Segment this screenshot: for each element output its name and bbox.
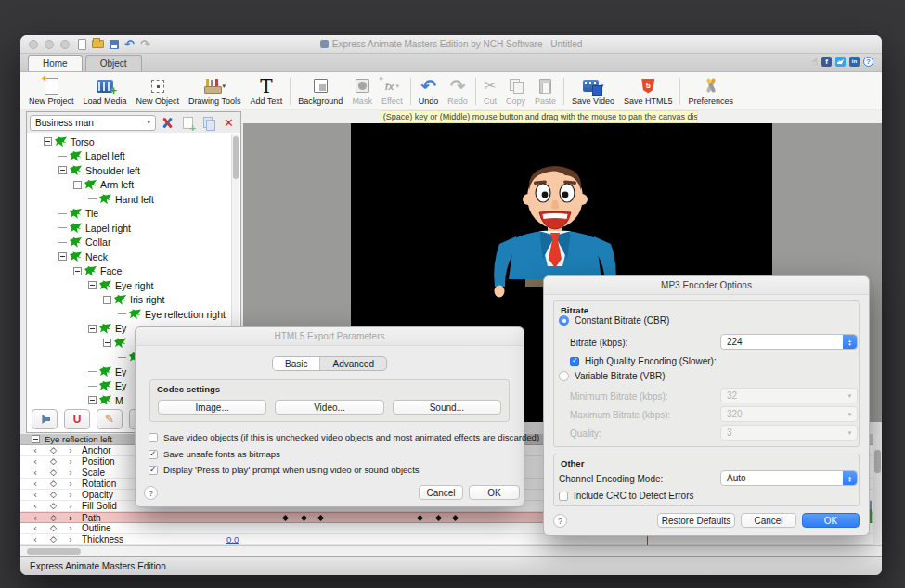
snap-magnet-button[interactable]: U [64,409,90,429]
tree-expander[interactable] [73,181,82,189]
tree-item[interactable]: Shoulder left [27,163,230,178]
keyframe-marker[interactable] [301,515,307,521]
image-codec-button[interactable]: Image... [158,400,266,415]
keyframe-diamond-icon[interactable] [50,501,57,512]
prev-keyframe-button[interactable] [33,479,37,490]
tree-item[interactable]: Face [27,264,230,279]
tab-home[interactable]: Home [28,55,83,71]
ok-button[interactable]: OK [469,485,520,500]
add-text-button[interactable]: T Add Text [245,74,287,109]
background-button[interactable]: Background [293,74,347,109]
keyframe-diamond-icon[interactable] [50,490,57,501]
help-button[interactable]: ? [553,514,567,528]
tree-item[interactable]: Torso [27,134,230,149]
delete-object-button[interactable]: ✕ [220,115,238,131]
prev-keyframe-button[interactable] [33,490,37,501]
customize-object-button[interactable] [159,115,176,131]
tree-item[interactable]: Collar [27,236,230,250]
audio-mute-button[interactable] [32,409,58,429]
tree-item[interactable]: Arm left [27,178,230,193]
tree-item[interactable]: Eye right [27,278,230,293]
tree-expander[interactable] [88,325,97,333]
tree-expander[interactable] [88,396,97,404]
crc-checkbox[interactable]: Include CRC to Detect Errors [559,491,694,501]
save-video-button[interactable]: ▾ Save Video [567,74,619,109]
next-keyframe-button[interactable] [69,445,72,456]
tree-item[interactable]: Tie [27,207,230,222]
tree-item[interactable]: Eye reflection right [27,307,230,322]
keyframe-marker[interactable] [452,515,459,521]
next-keyframe-button[interactable] [69,501,72,512]
help-button[interactable]: ? [144,486,158,500]
channel-mode-dropdown[interactable]: Auto [720,470,858,486]
cbr-radio[interactable]: Constant Bitrate (CBR) [559,315,669,326]
press-to-play-checkbox[interactable]: Display 'Press to play' prompt when usin… [149,465,420,475]
new-project-button[interactable]: New Project [24,74,79,109]
tree-item[interactable]: Lapel left [27,149,230,164]
bitrate-dropdown[interactable]: 224 [720,334,858,350]
undo-button[interactable]: ↶ Undo [414,74,444,109]
tree-expander[interactable] [58,252,67,261]
tree-expander[interactable] [88,281,97,289]
facebook-icon[interactable]: f [821,57,832,67]
prev-keyframe-button[interactable] [33,523,37,534]
next-keyframe-button[interactable] [69,534,72,545]
tree-expander[interactable] [73,267,82,275]
tree-expander[interactable] [103,296,111,304]
object-selector-dropdown[interactable]: Business man ▾ [30,115,156,131]
twitter-icon[interactable] [835,57,846,67]
tree-item[interactable]: Iris right [27,293,230,308]
high-quality-checkbox[interactable]: High Quality Encoding (Slower): [570,356,717,366]
restore-defaults-button[interactable]: Restore Defaults [657,513,735,528]
video-codec-button[interactable]: Video... [275,400,383,415]
tree-expander[interactable] [103,339,111,347]
tab-basic[interactable]: Basic [273,357,319,370]
sound-codec-button[interactable]: Sound... [393,400,501,415]
keyframe-diamond-icon[interactable] [50,534,57,545]
help-icon[interactable]: ? [863,57,873,67]
duplicate-object-button[interactable] [200,115,217,131]
cancel-button[interactable]: Cancel [419,485,463,500]
keyframe-marker[interactable] [282,515,289,521]
timeline-hscroll-thumb[interactable] [27,548,81,555]
save-video-objects-checkbox[interactable]: Save video objects (if this is unchecked… [149,432,539,442]
keyframe-diamond-icon[interactable] [50,467,57,479]
prev-keyframe-button[interactable] [33,445,37,456]
keyframe-diamond-icon[interactable] [50,456,57,467]
drawing-tools-button[interactable]: ▾ Drawing Tools [184,74,245,109]
prev-keyframe-button[interactable] [33,534,37,545]
tree-expander[interactable] [58,166,67,174]
next-keyframe-button[interactable] [69,467,72,479]
tree-expander[interactable] [44,137,52,146]
keyframe-marker[interactable] [317,515,324,521]
load-media-button[interactable]: Load Media [79,74,132,109]
next-keyframe-button[interactable] [69,479,72,490]
tree-item[interactable]: Lapel right [27,221,230,236]
unsafe-fonts-checkbox[interactable]: Save unsafe fonts as bitmaps [149,449,280,459]
tree-item[interactable]: Neck [27,249,230,264]
tree-scrollbar-thumb[interactable] [233,136,239,179]
tab-advanced[interactable]: Advanced [319,357,385,370]
keyframe-marker[interactable] [435,515,442,521]
cancel-button[interactable]: Cancel [741,513,796,528]
keyframe-diamond-icon[interactable] [50,523,57,534]
paint-tool-button[interactable]: ✎ [97,409,123,429]
ok-button[interactable]: OK [802,513,860,528]
linkedin-icon[interactable]: in [849,57,860,67]
tree-item[interactable]: Hand left [27,192,230,207]
preferences-button[interactable]: Preferences [683,74,738,109]
prev-keyframe-button[interactable] [33,501,37,512]
prev-keyframe-button[interactable] [33,467,37,479]
timeline-vscroll-thumb[interactable] [874,450,881,473]
keyframe-diamond-icon[interactable] [50,479,57,490]
like-icon[interactable]: ☝ [811,57,818,67]
add-object-button[interactable] [179,115,197,131]
next-keyframe-button[interactable] [69,456,72,467]
next-keyframe-button[interactable] [69,490,72,501]
new-object-button[interactable]: New Object [132,74,185,109]
tab-object[interactable]: Object [85,55,142,71]
thickness-value[interactable]: 0.0 [226,534,239,545]
prev-keyframe-button[interactable] [33,456,37,467]
collapse-icon[interactable] [32,435,40,443]
vbr-radio[interactable]: Variable Bitrate (VBR) [559,371,666,381]
